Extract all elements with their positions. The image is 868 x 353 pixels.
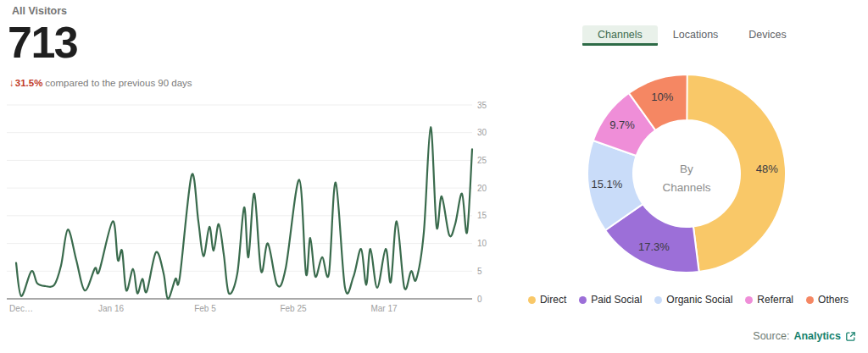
legend-label: Direct — [540, 294, 566, 306]
y-tick-label: 10 — [477, 239, 487, 248]
x-tick-label: Mar 17 — [370, 304, 398, 313]
y-tick-label: 30 — [477, 128, 487, 137]
legend-item-direct[interactable]: Direct — [528, 294, 566, 306]
chart-tabs: ChannelsLocationsDevices — [582, 25, 802, 46]
visitors-trend-line — [16, 127, 472, 299]
legend-label: Organic Social — [666, 294, 732, 306]
legend-item-organic-social[interactable]: Organic Social — [654, 294, 732, 306]
legend-label: Others — [818, 294, 849, 306]
legend-label: Referral — [757, 294, 793, 306]
tab-channels[interactable]: Channels — [582, 25, 658, 46]
x-tick-label: Dec… — [9, 304, 33, 313]
analytics-link[interactable]: Analytics — [793, 330, 841, 342]
legend-swatch-direct — [528, 296, 536, 304]
delta-percent: 31.5% — [15, 78, 43, 88]
y-tick-label: 35 — [477, 101, 487, 110]
y-tick-label: 5 — [477, 267, 482, 276]
slice-percent-label: 48% — [756, 163, 778, 175]
delta-caption: compared to the previous 90 days — [45, 78, 192, 88]
legend-swatch-referral — [745, 296, 753, 304]
metric-title: All Visitors — [12, 5, 67, 17]
slice-percent-label: 15.1% — [591, 178, 622, 190]
analytics-dashboard: All Visitors 713 ↓31.5%compared to the p… — [0, 0, 868, 353]
chart-legend: DirectPaid SocialOrganic SocialReferralO… — [509, 294, 868, 306]
donut-center-label-line2: Channels — [662, 181, 710, 194]
x-tick-label: Jan 16 — [98, 304, 124, 313]
x-tick-label: Feb 5 — [194, 304, 216, 313]
down-arrow-icon: ↓ — [9, 78, 14, 88]
tab-locations[interactable]: Locations — [658, 25, 734, 46]
donut-center-label-line1: By — [680, 163, 693, 175]
visitors-count: 713 — [8, 20, 77, 64]
slice-percent-label: 10% — [651, 91, 673, 103]
slice-percent-label: 9.7% — [609, 119, 635, 131]
source-note: Source: Analytics — [753, 330, 856, 342]
y-tick-label: 25 — [477, 156, 487, 165]
legend-swatch-others — [806, 296, 814, 304]
y-tick-label: 0 — [477, 295, 482, 304]
external-link-icon — [845, 331, 856, 342]
visitors-line-chart: 05101520253035Dec…Jan 16Feb 5Feb 25Mar 1… — [0, 93, 492, 317]
legend-item-paid-social[interactable]: Paid Social — [579, 294, 642, 306]
y-tick-label: 20 — [477, 184, 487, 193]
legend-swatch-paid-social — [579, 296, 587, 304]
legend-item-others[interactable]: Others — [806, 294, 849, 306]
delta-summary: ↓31.5%compared to the previous 90 days — [9, 78, 192, 88]
legend-label: Paid Social — [591, 294, 642, 306]
x-tick-label: Feb 25 — [280, 304, 307, 313]
legend-swatch-organic-social — [654, 296, 662, 304]
legend-item-referral[interactable]: Referral — [745, 294, 793, 306]
slice-percent-label: 17.3% — [638, 240, 670, 253]
channels-donut-chart: 48%17.3%15.1%9.7%10%ByChannels — [575, 62, 798, 285]
tab-devices[interactable]: Devices — [733, 25, 801, 46]
source-prefix: Source: — [753, 330, 789, 342]
y-tick-label: 15 — [477, 211, 487, 220]
